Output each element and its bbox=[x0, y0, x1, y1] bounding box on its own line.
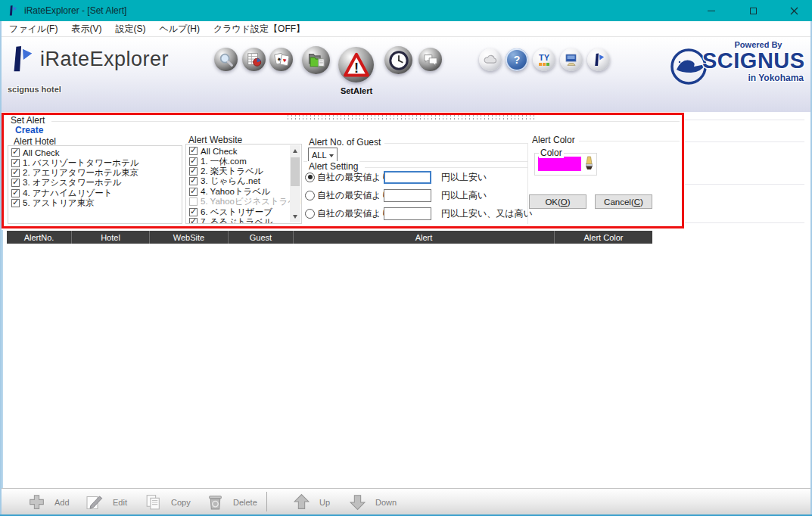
delete-button[interactable]: Delete bbox=[206, 492, 257, 512]
website-checkbox-item[interactable]: 2. 楽天トラベル bbox=[189, 166, 290, 176]
checkbox-icon[interactable] bbox=[189, 197, 198, 206]
close-button[interactable] bbox=[777, 0, 810, 21]
column-alertno[interactable]: AlertNo. bbox=[7, 231, 72, 244]
column-alert[interactable]: Alert bbox=[294, 231, 555, 244]
hotel-checkbox-item[interactable]: 3. オアシスタワーホテル bbox=[11, 178, 182, 188]
checkbox-icon[interactable] bbox=[189, 177, 198, 185]
website-checkbox-item[interactable]: 6. ベストリザーブ bbox=[189, 207, 290, 216]
add-icon bbox=[27, 493, 46, 511]
setting-prefix-label: 自社の最安値より bbox=[317, 189, 384, 202]
group-border-line bbox=[51, 121, 680, 122]
scrollbar[interactable] bbox=[290, 145, 300, 222]
cloud-icon[interactable] bbox=[479, 48, 502, 71]
checkbox-label: All Check bbox=[23, 148, 60, 157]
column-alert-color[interactable]: Alert Color bbox=[555, 231, 652, 244]
website-checkbox-item[interactable]: All Check bbox=[189, 146, 290, 156]
help-icon[interactable]: ? bbox=[506, 48, 528, 71]
delete-icon bbox=[206, 493, 225, 511]
minimize-button[interactable] bbox=[694, 0, 729, 21]
set-alert-icon[interactable]: ! bbox=[338, 47, 374, 82]
menu-help[interactable]: ヘルプ(H) bbox=[152, 21, 207, 37]
scroll-thumb[interactable] bbox=[291, 157, 300, 186]
app-window: iRateExplorer - [Set Alert] ファイル(F) 表示(V… bbox=[0, 0, 812, 516]
close-icon bbox=[790, 7, 798, 15]
alert-setting-row: 自社の最安値より 円以上高い bbox=[305, 186, 529, 204]
checkbox-icon[interactable] bbox=[11, 159, 20, 167]
website-checkbox-item[interactable]: 3. じゃらん.net bbox=[189, 176, 290, 186]
alert-table-header: AlertNo. Hotel WebSite Guest Alert Alert… bbox=[7, 231, 652, 244]
threshold-input[interactable] bbox=[384, 171, 431, 184]
website-checkbox-item[interactable]: 4. Yahooトラベル bbox=[189, 187, 290, 197]
copy-button[interactable]: Copy bbox=[144, 492, 191, 512]
folders-icon[interactable] bbox=[302, 46, 330, 74]
threshold-input[interactable] bbox=[384, 189, 431, 202]
left-edge-strip bbox=[1, 230, 3, 488]
report-icon[interactable] bbox=[242, 48, 266, 71]
edit-icon bbox=[85, 493, 104, 511]
search-icon[interactable] bbox=[214, 48, 238, 71]
threshold-input[interactable] bbox=[384, 207, 431, 220]
color-swatch[interactable] bbox=[538, 157, 581, 171]
radio-button[interactable] bbox=[305, 209, 315, 219]
menu-settings[interactable]: 設定(S) bbox=[108, 21, 152, 37]
website-checkbox-item[interactable]: 5. Yahooビジネストラベル bbox=[189, 197, 290, 207]
guest-select[interactable]: ALL bbox=[308, 148, 338, 162]
copy-icon bbox=[144, 493, 163, 511]
alert-color-label: Alert Color bbox=[530, 135, 577, 145]
brand-name: SCIGNUS bbox=[702, 48, 805, 73]
checkbox-icon[interactable] bbox=[11, 189, 20, 197]
remote-desktop-icon[interactable] bbox=[560, 48, 583, 71]
menu-view[interactable]: 表示(V) bbox=[64, 21, 108, 37]
hotel-checkbox-item[interactable]: 4. アナハイムリゾート bbox=[11, 188, 182, 198]
hotel-checkbox-item[interactable]: 1. バスリゾートタワーホテル bbox=[11, 157, 182, 167]
clock-icon[interactable] bbox=[384, 46, 412, 74]
brush-icon[interactable] bbox=[583, 155, 595, 170]
column-guest[interactable]: Guest bbox=[229, 231, 294, 244]
checkbox-icon[interactable] bbox=[189, 208, 198, 216]
column-website[interactable]: WebSite bbox=[150, 231, 229, 244]
alert-setting-row: 自社の最安値より 円以上安い、又は高い bbox=[305, 204, 529, 222]
up-button[interactable]: Up bbox=[292, 492, 330, 512]
setting-prefix-label: 自社の最安値より bbox=[317, 171, 384, 184]
chat-icon[interactable] bbox=[418, 48, 442, 71]
column-hotel[interactable]: Hotel bbox=[72, 231, 150, 244]
hotel-checkbox-item[interactable]: 5. アストリア東京 bbox=[11, 198, 182, 208]
scroll-up-icon[interactable] bbox=[293, 149, 297, 153]
checkbox-icon[interactable] bbox=[11, 199, 20, 207]
checkbox-icon[interactable] bbox=[11, 148, 20, 157]
menu-bar: ファイル(F) 表示(V) 設定(S) ヘルプ(H) クラウド設定【OFF】 bbox=[0, 21, 812, 37]
hotel-checkbox-item[interactable]: All Check bbox=[11, 148, 182, 157]
menu-cloud-setting[interactable]: クラウド設定【OFF】 bbox=[207, 21, 312, 37]
cards-icon[interactable]: ♠ ♥ bbox=[269, 48, 293, 71]
scroll-down-icon[interactable] bbox=[293, 215, 297, 219]
hotel-checkbox-item[interactable]: 2. アエリアタワーホテル東京 bbox=[11, 168, 182, 178]
down-button[interactable]: Down bbox=[348, 492, 397, 512]
website-checkbox-item[interactable]: 1. 一休.com bbox=[189, 156, 290, 166]
checkbox-icon[interactable] bbox=[189, 188, 198, 196]
irate-logo-icon[interactable] bbox=[587, 48, 610, 71]
set-alert-annotation-box: Set Alert Create Alert Hotel All Check 1… bbox=[2, 113, 684, 228]
alert-setting-row: 自社の最安値より 円以上安い bbox=[305, 168, 529, 186]
mode-label: Create bbox=[15, 125, 43, 135]
cancel-button[interactable]: Cancel(C) bbox=[595, 194, 652, 209]
checkbox-label: All Check bbox=[201, 147, 238, 156]
maximize-icon bbox=[750, 8, 757, 14]
checkbox-icon[interactable] bbox=[11, 169, 20, 177]
checkbox-icon[interactable] bbox=[189, 218, 198, 224]
ty-glyph: TY bbox=[539, 54, 549, 66]
checkbox-icon[interactable] bbox=[189, 157, 198, 166]
translate-ty-icon[interactable]: TY bbox=[533, 48, 555, 71]
checkbox-icon[interactable] bbox=[189, 167, 198, 176]
radio-button[interactable] bbox=[305, 191, 315, 200]
website-checkbox-item[interactable]: 7. るるぶトラベル bbox=[189, 217, 290, 224]
header-band: iRateExplorer scignus hotel ♠ ♥ ! SetAle bbox=[0, 38, 812, 112]
maximize-button[interactable] bbox=[736, 0, 770, 21]
checkbox-label: 7. るるぶトラベル bbox=[201, 216, 272, 224]
edit-button[interactable]: Edit bbox=[85, 492, 127, 512]
add-button[interactable]: Add bbox=[27, 492, 70, 512]
checkbox-icon[interactable] bbox=[189, 147, 198, 155]
ok-button[interactable]: OK(O) bbox=[529, 194, 586, 209]
checkbox-icon[interactable] bbox=[11, 179, 20, 187]
menu-file[interactable]: ファイル(F) bbox=[2, 21, 64, 37]
radio-button[interactable] bbox=[305, 173, 315, 182]
